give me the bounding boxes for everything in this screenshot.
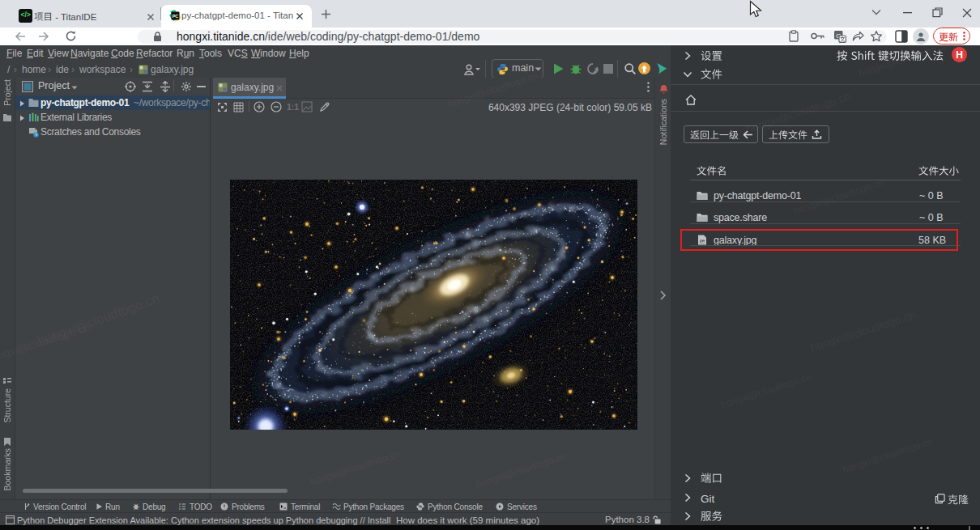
svg-text:PC: PC bbox=[173, 14, 179, 19]
